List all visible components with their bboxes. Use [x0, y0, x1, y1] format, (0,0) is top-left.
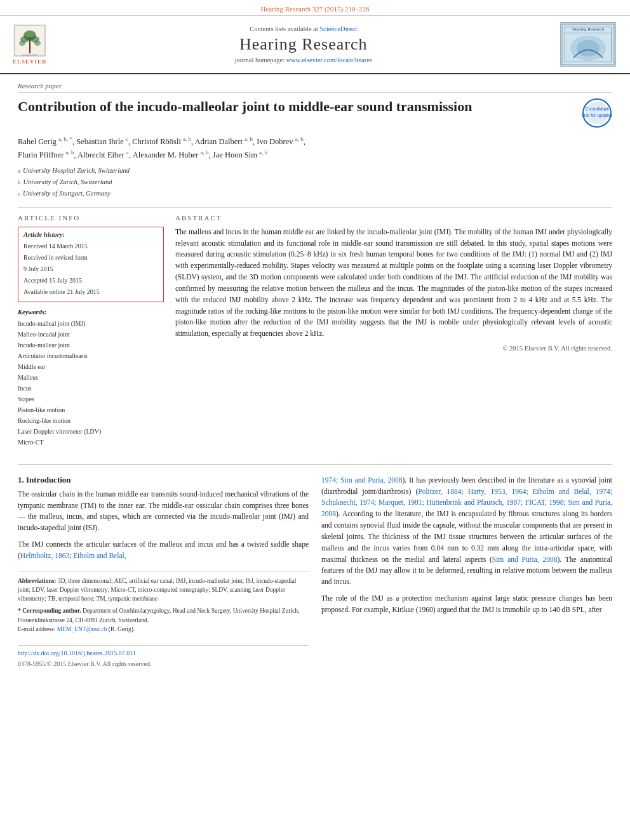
- abbreviations-text: 3D, three dimensional; AEC, artificial e…: [18, 578, 296, 603]
- article-info-column: ARTICLE INFO Article history: Received 1…: [18, 214, 164, 454]
- email-suffix: (R. Gerig).: [109, 626, 135, 632]
- ref-sim-puria-2008[interactable]: 1974; Sim and Puria, 2008: [321, 476, 402, 484]
- accepted-date: Accepted 15 July 2015: [23, 275, 158, 286]
- keyword-item: Incus: [18, 383, 164, 394]
- crossmark-icon: CrossMark click for updates: [582, 98, 612, 128]
- affiliations-section: aUniversity Hospital Zurich, Switzerland…: [18, 165, 612, 199]
- svg-point-13: [570, 36, 606, 61]
- keyword-item: Rocking-like motion: [18, 415, 164, 426]
- body-content: 1. Introduction The ossicular chain in t…: [18, 475, 612, 669]
- banner-center: Contents lists available at ScienceDirec…: [47, 25, 560, 63]
- abstract-header: ABSTRACT: [175, 214, 612, 222]
- affiliation-c: University of Stuttgart, Germany: [23, 188, 111, 199]
- affiliation-a: University Hospital Zurich, Switzerland: [23, 165, 130, 177]
- abstract-column: ABSTRACT The malleus and incus in the hu…: [175, 214, 612, 454]
- section1-title-text: Introduction: [26, 475, 71, 484]
- body-left-column: 1. Introduction The ossicular chain in t…: [18, 475, 309, 669]
- keyword-item: Articulatio incudomallearis: [18, 350, 164, 361]
- revised-date: 9 July 2015: [23, 263, 158, 275]
- received-date: Received 14 March 2015: [23, 241, 158, 252]
- journal-thumbnail-area: Hearing Research: [560, 22, 617, 67]
- homepage-link[interactable]: www.elsevier.com/locate/heares: [286, 57, 372, 63]
- journal-citation: Hearing Research 327 (2015) 218–226: [0, 0, 630, 16]
- contents-line: Contents lists available at ScienceDirec…: [47, 25, 560, 32]
- article-title: Contribution of the incudo-malleolar joi…: [18, 98, 572, 116]
- section1-title: 1. Introduction: [18, 475, 309, 485]
- main-content: Research paper Contribution of the incud…: [0, 74, 630, 681]
- svg-point-7: [34, 41, 41, 46]
- section1-number: 1.: [18, 475, 24, 484]
- keyword-item: Malleus: [18, 372, 164, 383]
- keywords-label: Keywords:: [18, 309, 164, 316]
- abbreviations-line: Abbreviations: 3D, three dimensional; AE…: [18, 577, 309, 604]
- ref-helmholtz[interactable]: Helmholtz, 1863: [20, 552, 69, 559]
- revised-label: Received in revised form: [23, 252, 158, 263]
- keyword-item: Micro-CT: [18, 437, 164, 448]
- doi-link[interactable]: http://dx.doi.org/10.1016/j.heares.2015.…: [18, 650, 309, 657]
- ref-politzer[interactable]: Politzer, 1884; Harty, 1953, 1964; Ethol…: [321, 488, 612, 518]
- sciencedirect-link[interactable]: ScienceDirect: [319, 25, 357, 32]
- abstract-copyright: © 2015 Elsevier B.V. All rights reserved…: [175, 345, 612, 352]
- article-title-row: Contribution of the incudo-malleolar joi…: [18, 98, 612, 128]
- svg-text:click for updates: click for updates: [582, 113, 612, 118]
- history-label: Article history:: [23, 231, 158, 238]
- section-divider: [18, 464, 612, 465]
- elsevier-logo: ELSEVIER ELSEVIER: [13, 24, 47, 65]
- top-banner: ELSEVIER ELSEVIER Contents lists availab…: [0, 16, 630, 74]
- footer-links: http://dx.doi.org/10.1016/j.heares.2015.…: [18, 645, 309, 669]
- section1-para2: The IMJ connects the articular surfaces …: [18, 539, 309, 562]
- article-history-box: Article history: Received 14 March 2015 …: [18, 227, 164, 302]
- journal-title-display: Hearing Research: [47, 35, 560, 54]
- elsevier-logo-area: ELSEVIER ELSEVIER: [13, 24, 47, 65]
- svg-point-14: [577, 40, 600, 57]
- keyword-item: Stapes: [18, 394, 164, 404]
- section1-right-para2: The role of the IMJ as a protection mech…: [321, 593, 612, 616]
- journal-cover-thumbnail: Hearing Research: [560, 22, 616, 67]
- available-date: Available online 21 July 2015: [23, 286, 158, 298]
- ref-etholm[interactable]: Etholm and Belal,: [73, 552, 126, 559]
- keywords-list: Incudo-malleal joint (IMJ)Malleo-incudal…: [18, 318, 164, 448]
- keyword-item: Incudo-mallear joint: [18, 340, 164, 350]
- corresponding-author-line: * Corresponding author. Department of Ot…: [18, 606, 309, 625]
- email-link[interactable]: MEM_ENT@usz.ch: [57, 626, 107, 632]
- ref-sim-puria-2[interactable]: Sim and Puria, 2008: [492, 556, 558, 563]
- svg-rect-9: [561, 23, 615, 66]
- svg-text:Hearing Research: Hearing Research: [572, 27, 604, 32]
- abstract-text: The malleus and incus in the human middl…: [175, 227, 612, 340]
- article-type-label: Research paper: [18, 82, 612, 93]
- keyword-item: Piston-like motion: [18, 404, 164, 415]
- elsevier-tree-icon: ELSEVIER: [13, 24, 46, 57]
- keywords-section: Keywords: Incudo-malleal joint (IMJ)Mall…: [18, 309, 164, 448]
- footnotes-area: Abbreviations: 3D, three dimensional; AE…: [18, 571, 309, 634]
- svg-text:CrossMark: CrossMark: [585, 106, 610, 112]
- issn-text: 0378-5955/© 2015 Elsevier B.V. All right…: [18, 660, 151, 667]
- svg-text:ELSEVIER: ELSEVIER: [22, 53, 37, 57]
- affiliation-b: University of Zurich, Switzerland: [23, 177, 112, 188]
- svg-rect-10: [562, 24, 614, 65]
- history-dates: Received 14 March 2015 Received in revis…: [23, 241, 158, 298]
- body-right-column: 1974; Sim and Puria, 2008). It has previ…: [321, 475, 612, 669]
- section1-para1: The ossicular chain in the human middle …: [18, 489, 309, 534]
- section1-right-para1: 1974; Sim and Puria, 2008). It has previ…: [321, 475, 612, 588]
- authors-section: Rahel Gerig a, b, *, Sebastian Ihrle c, …: [18, 135, 612, 161]
- keyword-item: Middle ear: [18, 361, 164, 372]
- svg-point-6: [19, 41, 25, 46]
- email-line: E-mail address: MEM_ENT@usz.ch (R. Gerig…: [18, 625, 309, 634]
- info-abstract-row: ARTICLE INFO Article history: Received 1…: [18, 207, 612, 454]
- elsevier-brand-label: ELSEVIER: [13, 58, 47, 65]
- homepage-line: journal homepage: www.elsevier.com/locat…: [47, 57, 560, 63]
- article-info-header: ARTICLE INFO: [18, 214, 164, 222]
- keyword-item: Incudo-malleal joint (IMJ): [18, 318, 164, 329]
- keyword-item: Laser Doppler vitrometer (LDV): [18, 426, 164, 437]
- keyword-item: Malleo-incudal joint: [18, 329, 164, 340]
